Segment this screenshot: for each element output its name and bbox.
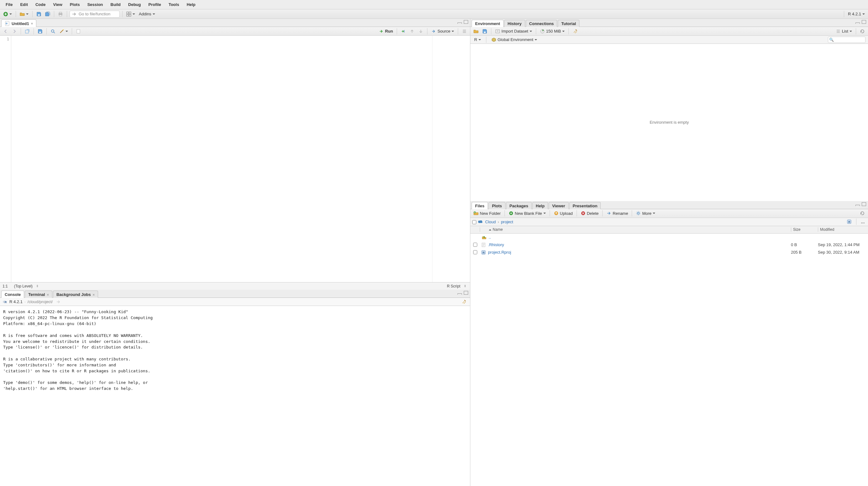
- addins-button[interactable]: Addins: [137, 11, 156, 17]
- menu-file[interactable]: File: [2, 1, 16, 8]
- env-search[interactable]: 🔍: [828, 37, 866, 43]
- save-all-button[interactable]: [44, 11, 52, 17]
- tab-history[interactable]: History: [504, 20, 525, 27]
- rproj-indicator[interactable]: R: [845, 219, 853, 225]
- run-button[interactable]: Run: [378, 28, 394, 34]
- code-tools-button[interactable]: [58, 28, 69, 34]
- upload-button[interactable]: Upload: [553, 210, 574, 216]
- minimize-pane-button[interactable]: [856, 23, 860, 24]
- close-tab-icon[interactable]: ×: [93, 293, 95, 296]
- parent-dir-row[interactable]: ..: [470, 234, 868, 241]
- tab-connections[interactable]: Connections: [526, 20, 557, 27]
- menu-code[interactable]: Code: [32, 1, 50, 8]
- tab-plots[interactable]: Plots: [489, 202, 505, 209]
- tab-files[interactable]: Files: [472, 202, 488, 209]
- col-modified[interactable]: Modified: [818, 227, 868, 232]
- new-blank-file-button[interactable]: New Blank File: [507, 210, 547, 216]
- tab-environment[interactable]: Environment: [472, 20, 503, 27]
- tab-terminal[interactable]: Terminal ×: [25, 291, 52, 298]
- doc-type-selector[interactable]: R Script ⇕: [445, 283, 468, 289]
- minimize-pane-button[interactable]: [458, 293, 462, 295]
- save-workspace-button[interactable]: [481, 28, 489, 34]
- env-view-mode-button[interactable]: List: [834, 28, 853, 34]
- show-in-new-window-button[interactable]: [24, 28, 31, 34]
- refresh-env-button[interactable]: [859, 28, 866, 34]
- rename-button[interactable]: Rename: [605, 210, 629, 216]
- open-file-button[interactable]: [19, 11, 30, 17]
- menu-view[interactable]: View: [49, 1, 66, 8]
- find-button[interactable]: [49, 28, 57, 34]
- minimize-pane-button[interactable]: [458, 23, 462, 24]
- scope-selector[interactable]: (Top Level) ⇕: [13, 283, 40, 289]
- import-dataset-button[interactable]: Import Dataset: [494, 28, 533, 34]
- separator: [72, 28, 72, 34]
- breadcrumb-leaf[interactable]: project: [501, 220, 513, 224]
- svg-rect-5: [127, 12, 128, 14]
- maximize-pane-button[interactable]: [464, 20, 468, 24]
- close-tab-icon[interactable]: ×: [31, 22, 33, 25]
- nav-fwd-button[interactable]: [11, 28, 18, 34]
- minimize-pane-button[interactable]: [856, 205, 860, 206]
- env-scope-selector[interactable]: Global Environment: [490, 37, 538, 43]
- tab-tutorial[interactable]: Tutorial: [558, 20, 580, 27]
- editor-tab-untitled1[interactable]: Untitled1 ×: [1, 20, 36, 27]
- menu-debug[interactable]: Debug: [124, 1, 145, 8]
- grid-layout-button[interactable]: [125, 11, 136, 17]
- go-down-button[interactable]: [417, 28, 425, 34]
- tab-viewer[interactable]: Viewer: [549, 202, 569, 209]
- separator: [21, 28, 21, 34]
- save-doc-button[interactable]: [36, 28, 44, 34]
- console-output[interactable]: R version 4.2.1 (2022-06-23) -- "Funny-L…: [0, 306, 470, 486]
- rerun-button[interactable]: [400, 28, 407, 34]
- file-link[interactable]: .Rhistory: [480, 242, 791, 248]
- maximize-pane-button[interactable]: [464, 291, 468, 295]
- breadcrumb-root[interactable]: Cloud: [485, 220, 496, 224]
- file-select-checkbox[interactable]: [473, 250, 477, 254]
- file-select-checkbox[interactable]: [473, 243, 477, 247]
- new-folder-button[interactable]: New Folder: [472, 210, 502, 216]
- refresh-files-button[interactable]: [859, 210, 866, 216]
- menu-session[interactable]: Session: [84, 1, 107, 8]
- maximize-pane-button[interactable]: [862, 20, 866, 24]
- tab-presentation[interactable]: Presentation: [569, 202, 601, 209]
- tab-packages[interactable]: Packages: [506, 202, 532, 209]
- new-file-button[interactable]: [2, 11, 13, 17]
- memory-usage-button[interactable]: 150 MiB: [539, 28, 566, 34]
- svg-text:R: R: [5, 301, 7, 304]
- clear-env-button[interactable]: [571, 28, 579, 34]
- tab-help[interactable]: Help: [532, 202, 548, 209]
- menu-build[interactable]: Build: [107, 1, 125, 8]
- compile-report-button[interactable]: [74, 28, 82, 34]
- menu-edit[interactable]: Edit: [16, 1, 32, 8]
- col-name[interactable]: Name: [480, 227, 791, 232]
- separator: [632, 210, 632, 216]
- menu-plots[interactable]: Plots: [66, 1, 84, 8]
- menu-tools[interactable]: Tools: [165, 1, 183, 8]
- save-button[interactable]: [35, 11, 42, 17]
- tab-background-jobs[interactable]: Background Jobs ×: [53, 291, 98, 298]
- wd-popout-button[interactable]: [55, 299, 62, 305]
- maximize-pane-button[interactable]: [862, 202, 866, 206]
- more-path-button[interactable]: …: [860, 219, 866, 225]
- select-all-checkbox[interactable]: [472, 220, 476, 224]
- code-editor[interactable]: [11, 36, 432, 282]
- clear-console-button[interactable]: [460, 299, 468, 305]
- more-button[interactable]: More: [634, 210, 656, 216]
- go-up-button[interactable]: [408, 28, 416, 34]
- load-workspace-button[interactable]: [472, 28, 480, 34]
- file-link[interactable]: R project.Rproj: [480, 250, 791, 255]
- col-size[interactable]: Size: [791, 227, 818, 232]
- close-tab-icon[interactable]: ×: [47, 293, 49, 296]
- nav-back-button[interactable]: [2, 28, 9, 34]
- menu-help[interactable]: Help: [183, 1, 199, 8]
- print-button[interactable]: [57, 11, 64, 17]
- source-button[interactable]: Source: [430, 28, 455, 34]
- tab-console[interactable]: Console: [1, 291, 24, 298]
- go-to-file-input[interactable]: Go to file/function: [69, 11, 120, 18]
- delete-button[interactable]: Delete: [580, 210, 600, 216]
- code-overview[interactable]: [432, 36, 470, 282]
- menu-profile[interactable]: Profile: [145, 1, 164, 8]
- outline-button[interactable]: [461, 28, 468, 34]
- env-language-selector[interactable]: R: [473, 37, 482, 42]
- r-version-selector[interactable]: R 4.2.1: [847, 11, 866, 17]
